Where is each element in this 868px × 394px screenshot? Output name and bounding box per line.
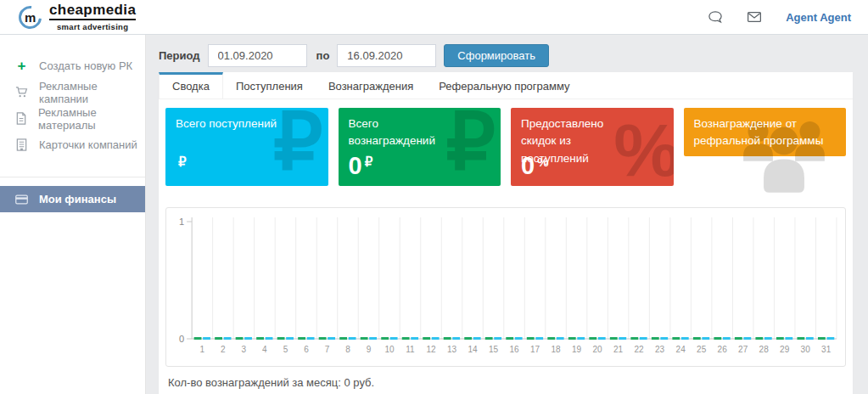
sidebar-item-materials[interactable]: Рекламные материалы (0, 105, 145, 132)
svg-text:0: 0 (179, 334, 184, 344)
logo[interactable]: m cheapmedia smart advertising (19, 3, 136, 31)
svg-text:5: 5 (283, 345, 288, 354)
cart-icon (15, 86, 28, 98)
summary-tab-content: Всего поступлений ₽ ₽ Всего вознагражден… (159, 99, 853, 389)
sidebar: + Создать новую РК Рекламные кампании Ре… (0, 35, 146, 394)
logo-name: cheapmedia (49, 3, 136, 20)
chat-icon[interactable] (708, 10, 723, 24)
stat-card-title: Всего вознаграждений (349, 115, 460, 150)
svg-text:24: 24 (676, 345, 686, 354)
finance-panel: Сводка Поступления Вознаграждения Рефера… (159, 72, 853, 394)
generate-report-button[interactable]: Сформировать (444, 44, 549, 67)
svg-text:17: 17 (530, 345, 540, 354)
plus-icon: + (15, 59, 28, 72)
logo-tagline: smart advertising (49, 22, 136, 31)
user-menu[interactable]: Agent Agent (786, 11, 851, 24)
sidebar-item-label: Карточки компаний (39, 138, 137, 151)
mail-icon[interactable] (747, 10, 762, 24)
stat-card-discounts: Предоставлено скидок из поступлений 0% % (511, 108, 674, 186)
svg-text:22: 22 (635, 345, 645, 354)
tab-receipts[interactable]: Поступления (223, 72, 316, 98)
sidebar-item-my-finances[interactable]: Мои финансы (0, 186, 145, 212)
svg-text:1: 1 (200, 345, 205, 354)
svg-text:21: 21 (613, 345, 624, 354)
svg-text:6: 6 (304, 345, 309, 354)
svg-text:10: 10 (384, 345, 395, 354)
tab-bar: Сводка Поступления Вознаграждения Рефера… (159, 72, 853, 99)
svg-text:14: 14 (468, 345, 478, 354)
sidebar-item-label: Рекламные материалы (38, 106, 145, 132)
sidebar-item-label: Мои финансы (39, 193, 116, 205)
stat-cards-row: Всего поступлений ₽ ₽ Всего вознагражден… (165, 108, 846, 186)
svg-text:28: 28 (759, 345, 770, 354)
tab-referral-program[interactable]: Реферальную программу (426, 72, 582, 98)
period-from-input[interactable] (208, 44, 307, 67)
svg-text:29: 29 (780, 345, 790, 354)
svg-text:31: 31 (821, 345, 832, 354)
svg-text:18: 18 (551, 345, 561, 354)
file-icon (15, 112, 27, 125)
main-content: Период по Сформировать Сводка Поступлени… (147, 35, 868, 394)
svg-text:9: 9 (367, 345, 372, 354)
tab-rewards[interactable]: Вознаграждения (316, 72, 426, 98)
stat-card-value: ₽ (176, 154, 187, 178)
period-filter: Период по Сформировать (159, 44, 853, 67)
tab-summary[interactable]: Сводка (159, 72, 223, 98)
top-header: m cheapmedia smart advertising Agent Age… (0, 0, 868, 35)
stat-card-total-rewards: Всего вознаграждений 0₽ ₽ (339, 108, 501, 186)
logo-initial: m (25, 10, 36, 25)
svg-text:27: 27 (738, 345, 748, 354)
svg-text:13: 13 (447, 345, 457, 354)
svg-text:16: 16 (509, 345, 519, 354)
svg-text:19: 19 (572, 345, 582, 354)
sidebar-item-create-campaign[interactable]: + Создать новую РК (0, 53, 145, 79)
svg-text:12: 12 (426, 345, 436, 354)
period-label: Период (159, 49, 200, 62)
svg-text:26: 26 (718, 345, 728, 354)
stat-card-referral-reward: Вознаграждение от рефральной программы (684, 108, 847, 156)
period-to-label: по (316, 49, 330, 62)
stat-card-title: Всего поступлений (176, 115, 287, 132)
stat-card-total-receipts: Всего поступлений ₽ ₽ (165, 108, 328, 186)
svg-text:3: 3 (242, 345, 247, 354)
company-card-icon (15, 138, 28, 151)
stat-card-title: Вознаграждение от рефральной программы (694, 115, 837, 150)
sidebar-item-label: Рекламные кампании (39, 80, 145, 105)
svg-text:8: 8 (345, 345, 350, 354)
sidebar-divider (0, 177, 145, 177)
svg-text:2: 2 (221, 345, 226, 354)
svg-text:30: 30 (801, 345, 811, 354)
svg-text:7: 7 (325, 345, 330, 354)
monthly-rewards-note: Кол-во вознаграждений за месяц: 0 руб. (168, 376, 846, 389)
svg-text:4: 4 (262, 345, 267, 354)
svg-text:1: 1 (179, 217, 184, 227)
svg-text:25: 25 (697, 345, 707, 354)
period-to-input[interactable] (337, 44, 436, 67)
logo-circle-icon: m (14, 1, 47, 33)
rewards-chart-box: 1012345678910111213141516171819202122232… (165, 207, 846, 367)
wallet-icon (15, 193, 28, 205)
sidebar-item-label: Создать новую РК (39, 59, 132, 72)
rewards-bar-chart: 1012345678910111213141516171819202122232… (170, 212, 842, 362)
sidebar-item-company-cards[interactable]: Карточки компаний (0, 132, 145, 158)
svg-text:23: 23 (655, 345, 665, 354)
sidebar-item-campaigns[interactable]: Рекламные кампании (0, 79, 145, 105)
svg-text:15: 15 (489, 345, 499, 354)
stat-card-value: 0₽ (349, 154, 373, 178)
stat-card-value: 0% (521, 154, 548, 178)
svg-text:11: 11 (406, 345, 415, 354)
svg-text:20: 20 (593, 345, 603, 354)
